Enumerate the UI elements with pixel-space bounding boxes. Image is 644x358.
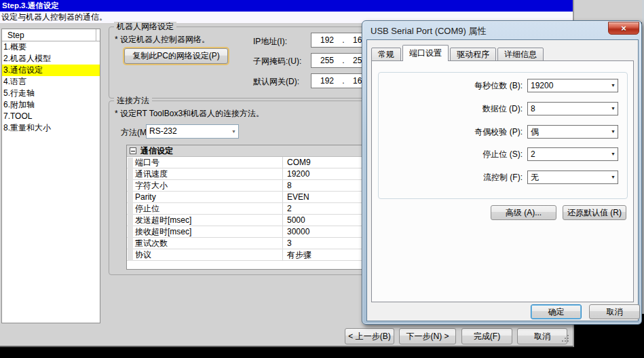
sidebar-item-travel-axis[interactable]: 5.行走轴 [2,88,100,99]
dropdown-arrow-icon: ▼ [611,103,615,115]
subnet-mask-label: 子网掩码:(U): [253,56,301,67]
port-settings-tab-page: 每秒位数 (B): 数据位 (D): 奇偶校验 (P): 停止位 (S): 流控… [371,60,634,302]
stop-bits-label: 停止位 (S): [379,147,523,161]
dialog-cancel-button[interactable]: 取消 [589,304,640,319]
tab-general[interactable]: 常规 [371,48,401,61]
ip-address-label: IP地址(I): [253,36,287,48]
parity-select[interactable]: 偶 ▼ [527,125,618,139]
tab-details[interactable]: 详细信息 [497,48,544,61]
dropdown-arrow-icon: ▼ [231,126,236,138]
connection-group-title: 连接方法 [114,96,152,105]
dropdown-arrow-icon: ▼ [611,171,615,183]
collapse-icon[interactable] [130,147,136,154]
method-select-value: RS-232 [149,125,177,138]
wizard-title-bar: Step.3.通信设定 [0,0,573,12]
tab-driver[interactable]: 驱动程序 [450,48,496,61]
default-gateway-label: 默认网关(D): [253,76,299,88]
copy-pc-network-button[interactable]: 复制此PC的网络设定(P) [124,48,228,64]
flow-control-label: 流控制 (F): [379,171,523,184]
advanced-button[interactable]: 高级 (A)... [491,205,556,220]
dropdown-arrow-icon: ▼ [611,148,615,160]
grid-header-label: 通信设定 [140,146,173,156]
data-bits-label: 数据位 (D): [379,102,523,115]
sidebar-item-overview[interactable]: 1.概要 [2,41,100,53]
back-button[interactable]: < 上一步(B) [345,328,394,344]
dropdown-arrow-icon: ▼ [611,79,615,92]
usb-serial-port-dialog: USB Serial Port (COM9) 属性 × 常规 端口设置 驱动程序… [362,20,642,325]
network-group-title: 机器人网络设定 [114,22,176,31]
wizard-title: Step.3.通信设定 [2,1,59,10]
sidebar-item-additional-axis[interactable]: 6.附加轴 [2,99,100,111]
sidebar-item-robot-model[interactable]: 2.机器人模型 [2,53,100,65]
dialog-tab-strip: 常规 端口设置 驱动程序 详细信息 [371,45,545,61]
restore-defaults-button[interactable]: 还原默认值 (R) [563,205,626,220]
ok-button[interactable]: 确定 [531,304,582,319]
tab-port-settings[interactable]: 端口设置 [402,45,449,61]
sidebar-item-communication[interactable]: 3.通信设定 [2,65,100,76]
stop-bits-select[interactable]: 2 ▼ [527,147,618,161]
wizard-cancel-button[interactable]: 取消 [517,328,567,344]
dialog-title: USB Serial Port (COM9) 属性 [371,25,486,37]
bits-per-second-select[interactable]: 19200 ▼ [527,79,618,92]
network-group-note: * 设定机器人控制器网络。 [115,34,210,46]
dropdown-arrow-icon: ▼ [611,126,615,138]
sidebar-item-weight-size[interactable]: 8.重量和大小 [2,122,100,134]
data-bits-select[interactable]: 8 ▼ [527,102,618,115]
resize-grip[interactable] [561,335,569,343]
close-icon: × [621,23,626,33]
finish-button[interactable]: 完成(F) [461,328,512,344]
parity-label: 奇偶校验 (P): [379,125,523,139]
sidebar-item-language[interactable]: 4.语言 [2,76,100,88]
close-button[interactable]: × [608,22,639,35]
bits-per-second-label: 每秒位数 (B): [379,79,523,92]
step-sidebar: Step 1.概要 2.机器人模型 3.通信设定 4.语言 5.行走轴 6.附加… [1,29,100,323]
background-window-corner [574,0,644,22]
grid-gutter [128,158,133,261]
connection-group-note: * 设定RT ToolBox3和机器人的连接方法。 [115,108,264,120]
next-button[interactable]: 下一步(N) > [399,328,456,344]
sidebar-header: Step [2,29,100,41]
dialog-client-area: 常规 端口设置 驱动程序 详细信息 每秒位数 (B): 数据位 (D): 奇偶校… [366,39,639,321]
sidebar-item-tool[interactable]: 7.TOOL [2,111,100,122]
flow-control-select[interactable]: 无 ▼ [527,171,618,184]
method-select[interactable]: RS-232 ▼ [146,124,239,139]
